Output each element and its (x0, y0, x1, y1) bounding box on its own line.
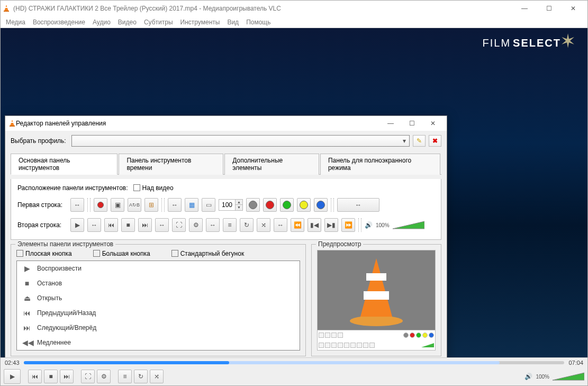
speaker-icon[interactable]: 🔊 (365, 221, 373, 229)
above-video-check[interactable]: Над видео (133, 184, 174, 192)
lower-area: Элементы панели инструментов Плоская кно… (11, 244, 441, 356)
elements-list[interactable]: ▶Воспроизвести ■Останов ⏏Открыть ⏮Предыд… (16, 261, 300, 351)
main-shuffle-button[interactable]: ⤨ (150, 370, 164, 383)
splitter-icon[interactable] (161, 198, 165, 212)
loop-button[interactable]: ↻ (240, 218, 254, 232)
skip-fwd-button[interactable]: ⏩ (341, 218, 355, 232)
atob-button[interactable]: A↻B (128, 198, 141, 212)
list-item[interactable]: ■Останов (17, 276, 300, 291)
main-ext-settings-button[interactable]: ⚙ (97, 370, 111, 383)
spacer-icon[interactable]: ↔ (168, 198, 182, 212)
menu-audio[interactable]: Аудио (93, 19, 111, 26)
spacer-icon[interactable]: ↔ (206, 218, 220, 232)
menu-playback[interactable]: Воспроизведение (33, 19, 85, 26)
next-button[interactable]: ⏭ (138, 218, 152, 232)
std-slider-label: Стандартный бегунок (180, 250, 245, 257)
menu-view[interactable]: Вид (227, 19, 239, 26)
skip-back-button[interactable]: ⏪ (291, 218, 304, 232)
volume-widget[interactable]: 100% (376, 220, 424, 230)
snapshot-button[interactable]: ▣ (111, 198, 124, 212)
tab-main-toolbar[interactable]: Основная панель инструментов (11, 154, 117, 175)
list-item[interactable]: ⏏Открыть (17, 291, 300, 306)
std-slider-check[interactable]: Стандартный бегунок (171, 250, 245, 257)
row2-boxes[interactable]: ▶ ↔ ⏮ ■ ⏭ ↔ ⛶ ⚙ ↔ ≡ ↻ ⤨ ↔ (70, 218, 424, 232)
main-play-button[interactable]: ▶ (4, 369, 21, 384)
menu-subtitles[interactable]: Субтитры (144, 19, 173, 26)
grey-dot-button[interactable] (246, 198, 260, 212)
spacer-icon[interactable]: ↔ (155, 218, 169, 232)
main-loop-button[interactable]: ↻ (134, 370, 148, 383)
preview-title: Предпросмотр (316, 240, 363, 248)
main-fullscreen-button[interactable]: ⛶ (81, 370, 95, 383)
zoom-value[interactable] (219, 200, 235, 210)
list-item-label: Медленнее (37, 339, 71, 346)
yellow-dot-button[interactable] (297, 198, 311, 212)
chapter-fwd-button[interactable]: ▶▮ (324, 218, 338, 232)
list-item[interactable]: ⏮Предыдущий/Назад (17, 306, 300, 320)
zoom-spinner[interactable]: ▲▼ (219, 199, 243, 211)
fullscreen-button[interactable]: ⛶ (172, 218, 186, 232)
list-item-label: Предыдущий/Назад (37, 309, 96, 317)
blue-dot-button[interactable] (314, 198, 328, 212)
spacer-icon[interactable]: ↔ (70, 198, 84, 212)
speaker-icon[interactable]: 🔊 (524, 373, 532, 380)
main-playlist-button[interactable]: ≡ (118, 370, 132, 383)
menu-media[interactable]: Медиа (6, 19, 25, 26)
ext-settings-button[interactable]: ⚙ (189, 218, 203, 232)
playlist-button[interactable]: ≡ (223, 218, 237, 232)
time-current[interactable]: 02:43 (5, 360, 20, 366)
red-dot-button[interactable] (263, 198, 277, 212)
flat-check[interactable]: Плоская кнопка (16, 250, 72, 257)
menu-help[interactable]: Помощь (246, 19, 270, 26)
main-stop-button[interactable]: ■ (44, 370, 58, 383)
dialog-close-button[interactable]: ✕ (422, 116, 444, 131)
main-next-button[interactable]: ⏭ (60, 370, 74, 383)
prev-button[interactable]: ⏮ (104, 218, 118, 232)
spacer-icon[interactable]: ↔ (87, 218, 101, 232)
crop-button[interactable]: ▭ (202, 198, 215, 212)
dialog-titlebar[interactable]: Редактор панелей управления — ☐ ✕ (5, 116, 447, 131)
spin-down[interactable]: ▼ (235, 205, 242, 210)
splitter-icon[interactable] (358, 218, 361, 232)
aspect-button[interactable]: ▦ (185, 198, 198, 212)
shuffle-button[interactable]: ⤨ (257, 218, 270, 232)
delete-profile-button[interactable]: ✖ (429, 135, 441, 147)
main-titlebar[interactable]: (HD) СТРАЖИ ГАЛАКТИКИ 2 Все Трейлер (Рус… (1, 1, 587, 16)
volume-slider[interactable] (393, 220, 424, 230)
spacer-icon[interactable]: ↔ (274, 218, 287, 232)
tab-advanced[interactable]: Дополнительные элементы (224, 154, 319, 175)
big-check[interactable]: Большая кнопка (93, 250, 150, 257)
spacer-widget[interactable]: ↔ (337, 198, 379, 212)
menu-tools[interactable]: Инструменты (180, 19, 220, 26)
splitter-icon[interactable] (331, 198, 334, 212)
menu-video[interactable]: Видео (118, 19, 137, 26)
dialog-title: Редактор панелей управления (16, 120, 380, 127)
video-area[interactable]: FILMSELECT ✶ Редактор панелей управления… (1, 28, 587, 357)
splitter-icon[interactable] (87, 198, 91, 212)
main-volume-slider[interactable] (553, 372, 584, 381)
minimize-button[interactable]: — (512, 1, 537, 16)
play-button[interactable]: ▶ (70, 218, 84, 232)
frame-button[interactable]: ⊞ (144, 198, 158, 212)
main-prev-button[interactable]: ⏮ (28, 370, 42, 383)
stop-button[interactable]: ■ (121, 218, 135, 232)
spin-up[interactable]: ▲ (235, 200, 242, 205)
list-item[interactable]: ⏭Следующий/Вперёд (17, 320, 300, 335)
maximize-button[interactable]: ☐ (537, 1, 561, 16)
time-total[interactable]: 07:04 (568, 360, 583, 366)
record-button[interactable] (94, 198, 107, 212)
list-item[interactable]: ▶Воспроизвести (17, 261, 300, 276)
chapter-back-button[interactable]: ▮◀ (307, 218, 321, 232)
seek-slider[interactable] (24, 361, 565, 364)
dialog-maximize-button[interactable]: ☐ (401, 116, 422, 131)
list-item[interactable]: ◀◀Медленнее (17, 335, 300, 350)
tab-fullscreen[interactable]: Панель для полноэкранного режима (320, 154, 440, 175)
close-button[interactable]: ✕ (561, 1, 585, 16)
dialog-minimize-button[interactable]: — (380, 116, 401, 131)
row1-boxes[interactable]: ↔ ▣ A↻B ⊞ ↔ ▦ ▭ ▲▼ (70, 198, 379, 212)
seek-row: 02:43 07:04 (1, 358, 587, 367)
tab-time-toolbar[interactable]: Панель инструментов времени (119, 154, 223, 175)
profile-select[interactable] (71, 135, 410, 147)
green-dot-button[interactable] (280, 198, 294, 212)
new-profile-button[interactable]: ✎ (413, 135, 426, 147)
